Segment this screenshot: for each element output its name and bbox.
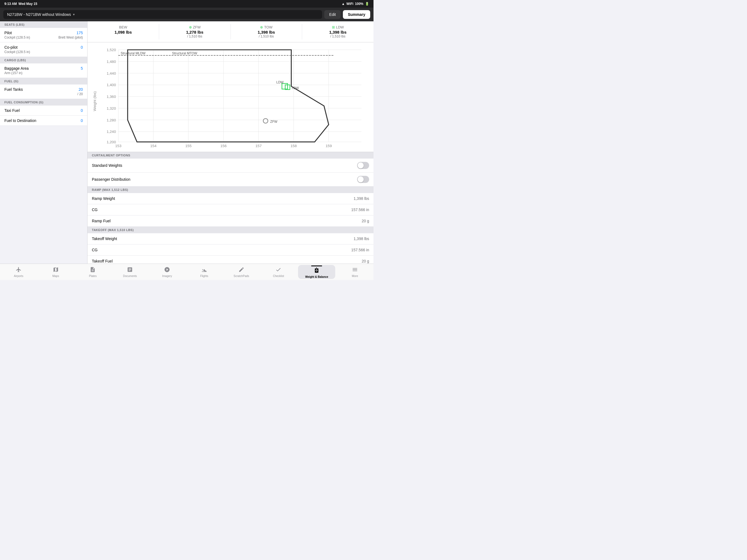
tab-airports[interactable]: Airports [0,264,37,280]
takeoff-fuel-value: 20 g [362,259,369,263]
passenger-distribution-row[interactable]: Passenger Distribution [87,173,374,186]
takeoff-fuel-label: Takeoff Fuel [92,259,113,263]
zfw-label: ⊕ ZFW [161,25,228,29]
edit-button[interactable]: Edit [324,10,341,19]
tab-imagery[interactable]: Imagery [149,264,186,280]
tab-scratchpads[interactable]: ScratchPads [223,264,260,280]
tow-label: ⊕ TOW [233,25,300,29]
list-item[interactable]: Fuel to Destination 0 [0,116,87,126]
svg-text:LDW: LDW [277,80,284,84]
takeoff-fuel-row: Takeoff Fuel 20 g [87,256,374,263]
takeoff-cg-row: CG 157.566 in [87,245,374,256]
svg-text:157: 157 [255,144,262,148]
list-item[interactable]: Pilot Cockpit (128.5 in) 175 Brett West … [0,28,87,42]
aircraft-selector[interactable]: N271BW - N271BW without Windows ▾ [3,10,322,19]
flights-icon [201,266,207,274]
imagery-icon [164,266,170,274]
svg-text:Weight (lbs): Weight (lbs) [93,91,97,111]
right-panel: BEW 1,098 lbs ⊕ ZFW 1,278 lbs / 1,510 lb… [87,21,374,263]
passenger-distribution-toggle[interactable] [357,176,369,183]
tab-plates[interactable]: Plates [74,264,111,280]
tab-bar: Airports Maps Plates Documents Imagery F… [0,263,374,280]
fuel-tanks-value: 20 [78,87,83,92]
baggage-arm: Arm (157 in) [4,71,29,75]
pilot-item-left: Pilot Cockpit (128.5 in) [4,31,30,40]
list-item[interactable]: Baggage Area Arm (157 in) 5 [0,63,87,78]
list-item[interactable]: Taxi Fuel 0 [0,105,87,116]
list-item[interactable]: Fuel Tanks 20 / 20 [0,84,87,99]
svg-text:158: 158 [290,144,297,148]
airports-icon [16,266,22,274]
ramp-section-header: RAMP (MAX 1,512 LBS) [87,186,374,193]
ldw-icon: ⊞ [332,25,335,29]
wifi-icon: WiFi [346,2,353,6]
standard-weights-row[interactable]: Standard Weights [87,159,374,173]
svg-text:TOW: TOW [291,86,299,90]
pilot-name: Brett West (pilot) [58,35,83,40]
baggage-item-left: Baggage Area Arm (157 in) [4,66,29,75]
copilot-value: 0 [81,45,83,50]
status-time: 9:13 AM [4,2,17,6]
svg-point-36 [263,119,268,123]
status-bar: 9:13 AM Wed May 15 ▲ WiFi 100% 🔋 [0,0,374,8]
left-panel: SEATS (LBS) Pilot Cockpit (128.5 in) 175… [0,21,87,263]
documents-tab-label: Documents [123,275,137,278]
zfw-value: 1,278 lbs [161,30,228,34]
tow-column: ⊕ TOW 1,398 lbs / 1,510 lbs [231,24,302,40]
fuel-consumption-header: FUEL CONSUMPTION (G) [0,99,87,105]
active-tab-indicator [311,265,322,266]
fuel-dest-label: Fuel to Destination [4,119,36,123]
fuel-dest-value: 0 [81,119,83,123]
svg-text:ZFW: ZFW [270,120,278,124]
taxi-fuel-right: 0 [81,108,83,113]
tab-maps[interactable]: Maps [37,264,74,280]
svg-rect-40 [282,83,288,89]
fuel-tanks-label: Fuel Tanks [4,87,23,92]
checklist-tab-label: Checklist [273,275,284,278]
battery-indicator: 100% [355,2,363,6]
weight-summary: BEW 1,098 lbs ⊕ ZFW 1,278 lbs / 1,510 lb… [87,21,374,42]
tab-documents[interactable]: Documents [111,264,149,280]
weight-balance-icon [314,268,319,275]
fuel-tanks-left: Fuel Tanks [4,87,23,92]
scratchpads-tab-label: ScratchPads [233,275,249,278]
checklist-icon [275,266,281,274]
ramp-fuel-value: 20 g [362,219,369,223]
ramp-weight-label: Ramp Weight [92,196,115,201]
ramp-cg-label: CG [92,207,98,212]
svg-text:1,280: 1,280 [107,118,116,122]
plates-icon [90,266,96,274]
summary-button[interactable]: Summary [343,10,370,19]
tow-icon: ⊕ [260,25,263,29]
tab-weight-balance[interactable]: Weight & Balance [298,265,335,279]
copilot-label: Co-pilot [4,45,30,50]
weight-balance-tab-label: Weight & Balance [305,275,328,278]
svg-text:155: 155 [185,144,192,148]
tab-flights[interactable]: Flights [186,264,223,280]
tow-value: 1,398 lbs [233,30,300,34]
wb-chart-area: 1,520 1,480 1,440 1,400 1,360 1,320 1,28… [87,42,374,152]
tab-more[interactable]: More [336,264,374,280]
fuel-dest-left: Fuel to Destination [4,119,36,123]
zfw-max: / 1,510 lbs [161,34,228,38]
fuel-section-header: FUEL (G) [0,78,87,84]
maps-tab-label: Maps [52,275,59,278]
pilot-value: 175 [77,31,83,35]
wb-chart-svg: 1,520 1,480 1,440 1,400 1,360 1,320 1,28… [90,45,371,148]
ldw-value: 1,398 lbs [304,30,371,34]
svg-text:1,400: 1,400 [107,83,116,87]
svg-text:159: 159 [326,144,332,148]
svg-text:1,240: 1,240 [107,130,116,134]
list-item[interactable]: Co-pilot Cockpit (128.5 in) 0 [0,42,87,57]
tab-checklist[interactable]: Checklist [260,264,297,280]
svg-text:156: 156 [221,144,227,148]
nav-bar: N271BW - N271BW without Windows ▾ Edit S… [0,8,374,21]
svg-text:153: 153 [115,144,121,148]
svg-text:1,520: 1,520 [107,48,116,52]
seats-section-header: SEATS (LBS) [0,21,87,28]
zfw-icon: ⊕ [189,25,192,29]
pilot-label: Pilot [4,31,30,35]
curtailment-header: CURTAILMENT OPTIONS [87,152,374,159]
takeoff-cg-value: 157.566 in [351,248,369,252]
standard-weights-toggle[interactable] [357,162,369,169]
